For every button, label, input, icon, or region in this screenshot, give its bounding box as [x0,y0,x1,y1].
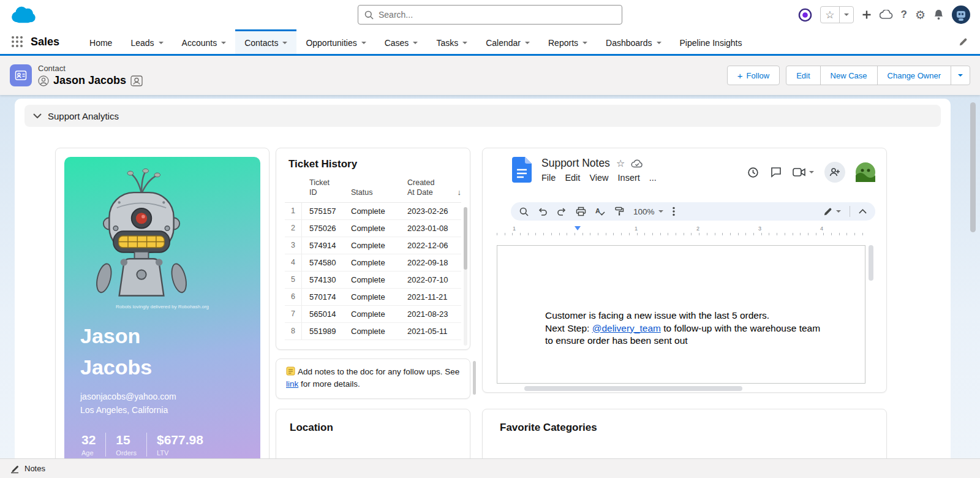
docs-ruler[interactable]: 11234 [497,226,864,235]
user-avatar[interactable] [952,6,970,24]
edit-button[interactable]: Edit [786,66,820,85]
docs-title[interactable]: Support Notes [541,157,610,170]
global-search[interactable] [358,5,622,25]
tab-opportunities[interactable]: Opportunities [296,29,375,54]
app-name[interactable]: Sales [31,29,80,54]
docs-menu-file[interactable]: File [541,173,556,183]
ticket-row[interactable]: 3574914Complete2022-12-06 [285,237,461,254]
chevron-down-icon [33,113,42,118]
new-case-button[interactable]: New Case [820,66,878,85]
contact-avatar-icon [38,75,49,86]
more-options-kebab-icon[interactable] [673,207,675,216]
trailhead-icon[interactable] [798,8,812,22]
support-analytics-section-header[interactable]: Support Analytics [24,105,941,127]
tab-pipeline-insights[interactable]: Pipeline Insights [671,29,752,54]
sort-descending-icon[interactable]: ↓ [458,188,462,198]
chevron-down-icon [361,42,366,44]
stat-age: 32Age [80,433,105,457]
tab-leads[interactable]: Leads [121,29,172,54]
docs-star-icon[interactable]: ☆ [616,157,625,169]
docs-horizontal-scrollbar[interactable] [524,386,742,391]
document-page[interactable]: Customer is facing a new issue with the … [497,245,865,384]
ticket-row[interactable]: 4574580Complete2022-09-18 [285,254,461,271]
tab-label: Accounts [182,38,217,48]
undo-icon[interactable] [538,207,548,216]
cloud-icon[interactable] [880,10,893,20]
ruler-label: 4 [820,226,823,232]
doc-line: Next Step: @delivery_team to follow-up w… [545,322,820,335]
ticket-row[interactable]: 8551989Complete2021-05-11 [285,323,461,340]
ticket-row[interactable]: 1575157Complete2023-02-26 [285,203,461,220]
ticket-row[interactable]: 6570174Complete2021-11-21 [285,289,461,306]
help-icon[interactable]: ? [901,9,907,21]
tab-label: Home [89,38,112,48]
setup-gear-icon[interactable]: ⚙ [915,8,925,22]
docs-search-icon[interactable] [519,207,529,216]
meet-call-button[interactable] [793,167,814,177]
column-status[interactable]: Status [351,188,407,197]
paint-format-icon[interactable] [614,207,624,216]
tab-tasks[interactable]: Tasks [427,29,477,54]
tab-label: Reports [548,38,578,48]
favorites-button[interactable]: ☆ [820,6,853,23]
docs-vertical-scrollbar[interactable] [869,245,873,281]
profile-name: Jason Jacobs [80,321,244,383]
page-vertical-scrollbar[interactable] [970,102,976,232]
share-button[interactable] [824,162,845,183]
docs-saved-cloud-icon[interactable] [631,159,643,169]
tab-label: Cases [385,38,409,48]
tab-calendar[interactable]: Calendar [477,29,539,54]
docs-menu-insert[interactable]: Insert [618,173,640,183]
follow-button[interactable]: + Follow [727,66,780,85]
profile-email: jasonjacobs@yahoo.com [80,390,244,404]
stat-orders: 15Orders [105,433,146,457]
change-owner-button[interactable]: Change Owner [877,66,951,85]
tab-accounts[interactable]: Accounts [173,29,236,54]
column-ticket-id[interactable]: TicketID [302,178,351,198]
column-created-at[interactable]: CreatedAt Date ↓ [407,178,461,198]
tab-home[interactable]: Home [80,29,121,54]
editing-mode-button[interactable] [823,207,841,216]
document-text[interactable]: Customer is facing a new issue with the … [545,309,820,347]
indent-marker-icon[interactable] [575,226,581,230]
contact-photo-icon[interactable] [130,75,143,86]
tab-label: Opportunities [306,38,356,48]
tab-contacts[interactable]: Contacts [235,29,296,54]
tab-label: Calendar [486,38,521,48]
note-text-after: for more details. [298,379,360,389]
note-scrollbar[interactable] [473,361,476,395]
zoom-control[interactable]: 100% [633,207,663,216]
salesforce-logo[interactable] [9,5,37,25]
favorites-caret[interactable] [839,7,853,23]
app-launcher-icon[interactable] [0,29,31,54]
ticket-table-scrollbar[interactable] [464,207,467,346]
tab-dashboards[interactable]: Dashboards [597,29,671,54]
add-icon[interactable] [862,10,872,20]
notes-utility-label[interactable]: Notes [24,464,45,473]
delivery-team-mention[interactable]: @delivery_team [592,323,661,333]
tab-cases[interactable]: Cases [375,29,428,54]
docs-menu-[interactable]: ... [649,173,657,183]
collapse-toolbar-icon[interactable] [859,209,867,214]
nav-edit-pencil-icon[interactable] [959,29,980,54]
note-link[interactable]: link [286,379,298,389]
redo-icon[interactable] [557,207,567,216]
ticket-row[interactable]: 7565014Complete2021-08-23 [285,306,461,323]
docs-menu-edit[interactable]: Edit [565,173,580,183]
comments-icon[interactable] [770,166,782,178]
ticket-row[interactable]: 2575026Complete2023-01-08 [285,220,461,237]
more-actions-button[interactable] [951,66,970,85]
notifications-bell-icon[interactable] [933,9,944,20]
favorites-star-icon[interactable]: ☆ [821,9,839,21]
docs-toolbar: A 100% [511,202,875,221]
spellcheck-icon[interactable]: A [595,207,605,216]
docs-user-avatar[interactable] [856,162,875,182]
docs-menu-view[interactable]: View [589,173,608,183]
ticket-rows: 1575157Complete2023-02-262575026Complete… [285,203,461,340]
tab-reports[interactable]: Reports [539,29,597,54]
print-icon[interactable] [576,207,586,216]
ticket-row[interactable]: 5574130Complete2022-07-10 [285,271,461,289]
version-history-icon[interactable] [747,166,760,179]
search-input[interactable] [379,10,616,20]
google-docs-icon [512,157,532,183]
